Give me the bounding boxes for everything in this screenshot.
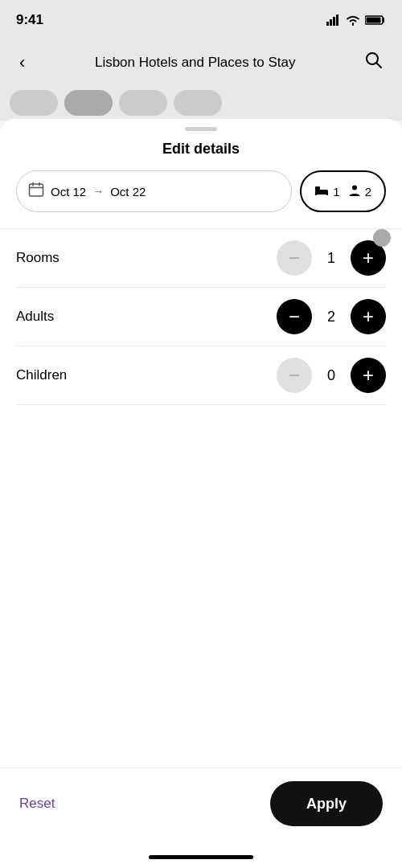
bed-icon <box>314 185 329 199</box>
date-arrow: → <box>92 185 104 198</box>
page-title: Lisbon Hotels and Places to Stay <box>31 55 359 71</box>
svg-rect-5 <box>367 18 381 23</box>
svg-rect-8 <box>30 184 43 196</box>
sheet-handle <box>0 119 402 134</box>
svg-rect-0 <box>326 22 329 26</box>
persons-item: 2 <box>348 184 371 199</box>
children-decrease-button[interactable]: − <box>277 358 312 393</box>
nav-bar: ‹ Lisbon Hotels and Places to Stay <box>0 40 402 85</box>
rooms-decrease-button[interactable]: − <box>277 240 312 276</box>
wifi-icon <box>346 14 360 26</box>
chip-3[interactable] <box>119 90 167 116</box>
guests-selector[interactable]: 1 2 <box>300 170 386 212</box>
rooms-row: Rooms − 1 + <box>16 229 386 287</box>
search-icon <box>365 51 383 69</box>
adults-decrease-button[interactable]: − <box>277 299 312 334</box>
back-button[interactable]: ‹ <box>13 46 31 80</box>
bottom-actions: Reset Apply <box>0 768 402 845</box>
svg-line-7 <box>377 63 382 68</box>
rooms-value: 1 <box>323 250 339 267</box>
beds-count: 1 <box>333 185 339 199</box>
adults-label: Adults <box>16 309 54 325</box>
persons-count: 2 <box>365 185 371 199</box>
svg-point-16 <box>352 185 357 190</box>
adults-row: Adults − 2 + <box>16 288 386 346</box>
svg-rect-1 <box>330 19 332 26</box>
svg-rect-15 <box>326 194 328 195</box>
status-time: 9:41 <box>16 12 43 28</box>
beds-item: 1 <box>314 185 339 199</box>
date-to: Oct 22 <box>110 185 146 199</box>
apply-button[interactable]: Apply <box>270 781 383 826</box>
status-icons <box>326 14 386 26</box>
floating-dot <box>373 229 391 247</box>
handle-bar <box>185 127 217 131</box>
children-controls: − 0 + <box>277 358 386 393</box>
rooms-plus-wrapper: + <box>351 240 386 276</box>
signal-icon <box>326 14 341 26</box>
adults-controls: − 2 + <box>277 299 386 334</box>
rooms-controls: − 1 + <box>277 240 386 276</box>
battery-icon <box>365 14 386 26</box>
selectors-row: Oct 12 → Oct 22 1 <box>0 170 402 228</box>
counter-section: Rooms − 1 + Adults − 2 + Children <box>0 229 402 405</box>
children-increase-button[interactable]: + <box>351 358 386 393</box>
bottom-sheet: Edit details Oct 12 → Oct 22 <box>0 119 402 868</box>
chip-2[interactable] <box>64 90 113 116</box>
status-bar: 9:41 <box>0 0 402 40</box>
date-selector[interactable]: Oct 12 → Oct 22 <box>16 170 292 212</box>
chip-4[interactable] <box>174 90 222 116</box>
children-label: Children <box>16 367 67 383</box>
svg-rect-14 <box>315 194 317 195</box>
adults-increase-button[interactable]: + <box>351 299 386 334</box>
reset-button[interactable]: Reset <box>19 789 55 818</box>
home-indicator <box>0 845 402 868</box>
children-value: 0 <box>323 367 339 384</box>
rooms-label: Rooms <box>16 250 59 266</box>
svg-rect-2 <box>333 17 335 26</box>
children-row: Children − 0 + <box>16 346 386 404</box>
calendar-icon <box>28 182 44 202</box>
search-button[interactable] <box>359 45 389 80</box>
sheet-title: Edit details <box>0 134 402 170</box>
chip-1[interactable] <box>10 90 58 116</box>
content-spacer <box>0 405 402 768</box>
adults-value: 2 <box>323 309 339 326</box>
home-bar <box>149 855 253 859</box>
svg-rect-13 <box>315 186 320 190</box>
date-from: Oct 12 <box>51 185 86 199</box>
person-icon <box>348 184 361 199</box>
svg-rect-3 <box>336 14 338 26</box>
filter-chips-row <box>0 85 402 121</box>
